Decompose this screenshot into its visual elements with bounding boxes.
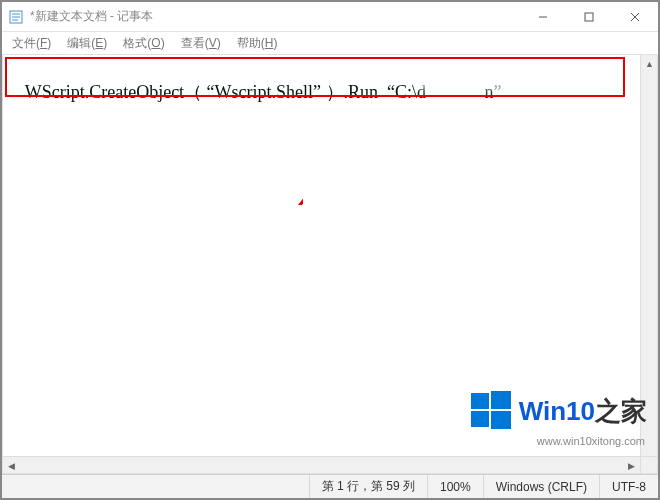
close-button[interactable] — [612, 2, 658, 32]
statusbar: 第 1 行，第 59 列 100% Windows (CRLF) UTF-8 — [2, 474, 658, 498]
menubar: 文件(F) 编辑(E) 格式(O) 查看(V) 帮助(H) — [2, 32, 658, 54]
status-encoding: Windows (CRLF) — [483, 475, 599, 498]
titlebar: *新建文本文档 - 记事本 — [2, 2, 658, 32]
menu-format[interactable]: 格式(O) — [117, 33, 170, 54]
watermark-url: www.win10xitong.com — [537, 435, 645, 447]
scroll-right-button[interactable]: ▶ — [623, 457, 640, 474]
menu-edit[interactable]: 编辑(E) — [61, 33, 113, 54]
text-line-1: WScript.CreateObject（ “Wscript.Shell” ）.… — [25, 82, 502, 102]
text-editor[interactable]: WScript.CreateObject（ “Wscript.Shell” ）.… — [3, 55, 657, 473]
editor-area: WScript.CreateObject（ “Wscript.Shell” ）.… — [2, 54, 658, 474]
vertical-scrollbar[interactable]: ▲ ▼ — [640, 55, 657, 473]
window-controls — [520, 2, 658, 32]
notepad-icon — [8, 9, 24, 25]
menu-help[interactable]: 帮助(H) — [231, 33, 284, 54]
menu-file[interactable]: 文件(F) — [6, 33, 57, 54]
status-zoom: 100% — [427, 475, 483, 498]
redacted-region — [427, 58, 502, 80]
scroll-up-button[interactable]: ▲ — [641, 55, 658, 72]
scrollbar-corner — [640, 456, 657, 473]
status-position: 第 1 行，第 59 列 — [309, 475, 427, 498]
scroll-left-button[interactable]: ◀ — [3, 457, 20, 474]
horizontal-scrollbar[interactable]: ◀ ▶ — [3, 456, 640, 473]
maximize-button[interactable] — [566, 2, 612, 32]
status-eol: UTF-8 — [599, 475, 658, 498]
scroll-h-track[interactable] — [20, 457, 623, 473]
minimize-button[interactable] — [520, 2, 566, 32]
scroll-v-track[interactable] — [641, 72, 657, 456]
menu-view[interactable]: 查看(V) — [175, 33, 227, 54]
svg-rect-5 — [585, 13, 593, 21]
window-title: *新建文本文档 - 记事本 — [30, 8, 520, 25]
